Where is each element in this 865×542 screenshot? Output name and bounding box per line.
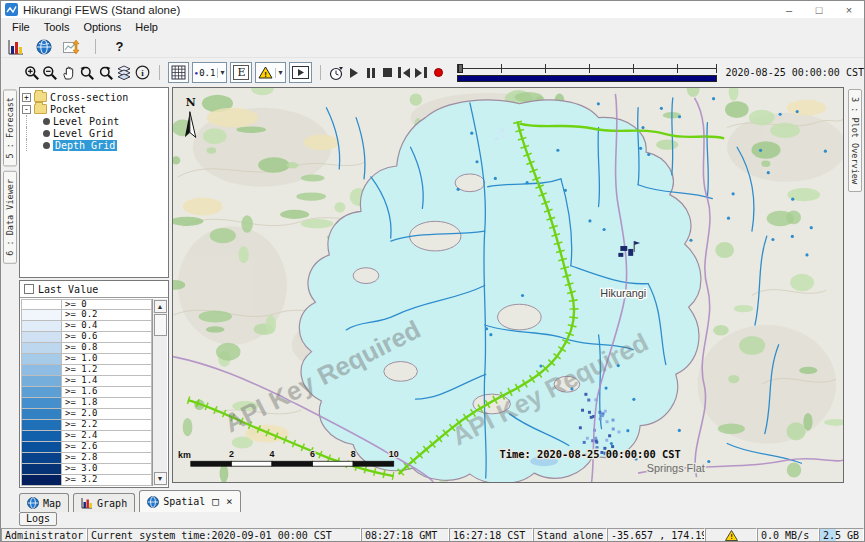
right-tab-strip: 3 : Plot Overview (846, 87, 864, 488)
longitudinal-display-icon[interactable] (61, 36, 82, 57)
timeline-thumb[interactable] (458, 64, 463, 73)
app-window: Hikurangi FEWS (Stand alone) – □ × File … (0, 0, 865, 542)
legend-color-swatch (22, 398, 62, 408)
legend-class-label: >= 0.4 (62, 321, 98, 331)
toolbar-separator (159, 65, 160, 80)
chevron-down-icon[interactable]: ▾ (217, 68, 224, 78)
legend-class-label: >= 1.4 (62, 376, 98, 386)
minimize-button[interactable]: – (774, 1, 804, 18)
town-label: Hikurangi (600, 287, 646, 299)
pan-hand-icon[interactable] (60, 62, 78, 83)
status-warning[interactable]: ! (705, 528, 757, 542)
info-icon[interactable]: i (134, 62, 152, 83)
timeline-slider[interactable] (457, 64, 717, 82)
tree-item-level-grid[interactable]: Level Grid (22, 127, 166, 139)
legend-color-swatch (22, 343, 62, 353)
legend-color-swatch (22, 464, 62, 474)
stop-button[interactable] (380, 63, 396, 82)
status-bar: Administrator Current system time:2020-0… (1, 528, 864, 542)
tree-item-depth-grid[interactable]: Depth Grid (22, 139, 166, 151)
help-button[interactable]: ? (109, 36, 130, 57)
threshold-dot-icon: ● (195, 70, 199, 76)
toolbar-separator (320, 65, 321, 80)
pause-button[interactable] (363, 63, 379, 82)
scroll-up-icon[interactable]: ▲ (154, 300, 167, 313)
play-button[interactable] (346, 63, 362, 82)
logs-row: Logs (1, 512, 864, 528)
menu-tools[interactable]: Tools (37, 20, 77, 34)
legend-color-swatch (22, 420, 62, 430)
close-tab-icon[interactable]: × (226, 497, 233, 507)
legend-color-swatch (22, 321, 62, 331)
grid-display-toggle[interactable] (168, 62, 189, 83)
collapse-icon[interactable]: - (22, 105, 31, 114)
record-button[interactable] (430, 63, 446, 82)
legend-color-swatch (22, 332, 62, 342)
tab-spatial-label: Spatial (163, 496, 205, 507)
menu-options[interactable]: Options (76, 20, 128, 34)
zoom-previous-icon[interactable] (79, 62, 97, 83)
tree-item-cross-section[interactable]: + Cross-section (22, 91, 166, 103)
animation-window-button[interactable] (289, 62, 312, 83)
status-memory: 2.5 GB (819, 528, 864, 542)
tree-item-label: Level Point (53, 116, 119, 127)
legend-scrollbar[interactable]: ▲ ▼ (152, 299, 167, 486)
globe-icon (147, 496, 159, 508)
svg-text:!: ! (265, 70, 268, 79)
menu-help[interactable]: Help (128, 20, 165, 34)
status-user: Administrator (1, 528, 87, 542)
tree-guide (26, 127, 39, 139)
legend-class-row: >= 3.2 (21, 475, 152, 486)
timeline-rail[interactable] (457, 64, 717, 73)
status-coordinates: -35.657 , 174.199 (607, 528, 705, 542)
datum-label: E (233, 65, 249, 80)
skip-to-start-button[interactable] (396, 63, 412, 82)
close-button[interactable]: × (834, 1, 864, 18)
threshold-dropdown[interactable]: ● 0.1 ▾ (192, 62, 228, 83)
scroll-down-icon[interactable]: ▼ (154, 472, 167, 485)
scrollbar-thumb[interactable] (154, 314, 167, 336)
logs-tab[interactable]: Logs (19, 512, 57, 526)
tree-item-pocket[interactable]: - Pocket (22, 103, 166, 115)
map-viewport[interactable]: API Key Required API Key Required Hikura… (172, 87, 844, 483)
window-title: Hikurangi FEWS (Stand alone) (23, 4, 180, 16)
scalar-display-icon[interactable] (5, 36, 26, 57)
zoom-out-icon[interactable] (42, 62, 60, 83)
tab-data-viewer[interactable]: 6 : Data Viewer (3, 171, 17, 264)
restore-icon[interactable]: □ (212, 497, 219, 507)
svg-text:i: i (142, 68, 145, 78)
menu-file[interactable]: File (5, 20, 37, 34)
tree-item-level-point[interactable]: Level Point (22, 115, 166, 127)
zoom-in-icon[interactable] (23, 62, 41, 83)
map-toolbar: i ● 0.1 ▾ E ! ▾ (1, 57, 864, 87)
svg-text:N: N (186, 96, 196, 109)
legend-color-swatch (22, 475, 62, 485)
warnings-dropdown[interactable]: ! ▾ (255, 62, 285, 83)
main-toolbar: ? (1, 36, 864, 57)
legend-list: >= 0 >= 0.2 >= 0.4 >= 0.6 >= 0.8 (21, 299, 167, 486)
legend-color-swatch (22, 300, 62, 309)
layers-icon[interactable] (116, 62, 134, 83)
animate-time-icon[interactable] (327, 62, 345, 83)
bar-chart-icon (81, 497, 93, 509)
skip-to-end-button[interactable] (413, 63, 429, 82)
last-value-checkbox[interactable] (24, 284, 34, 294)
map-time-overlay: Time: 2020-08-25 00:00:00 CST (500, 448, 681, 460)
tab-forecast[interactable]: 5 : Forecast (3, 89, 17, 166)
zoom-next-icon[interactable] (97, 62, 115, 83)
datum-button[interactable]: E (230, 62, 252, 83)
legend-header: Last Value (20, 281, 168, 298)
tab-map[interactable]: Map (19, 493, 69, 512)
map-canvas[interactable]: API Key Required API Key Required Hikura… (173, 88, 843, 482)
layer-dot-icon (43, 142, 50, 149)
tab-plot-overview[interactable]: 3 : Plot Overview (848, 89, 862, 192)
chevron-down-icon[interactable]: ▾ (275, 68, 282, 78)
legend-color-swatch (22, 409, 62, 419)
tab-spatial[interactable]: Spatial □ × (139, 490, 240, 512)
warning-icon: ! (725, 530, 738, 541)
maximize-button[interactable]: □ (804, 1, 834, 18)
spatial-display-icon[interactable] (33, 36, 54, 57)
tab-graph[interactable]: Graph (73, 493, 135, 512)
expand-icon[interactable]: + (22, 93, 31, 102)
tree-guide (26, 115, 39, 127)
